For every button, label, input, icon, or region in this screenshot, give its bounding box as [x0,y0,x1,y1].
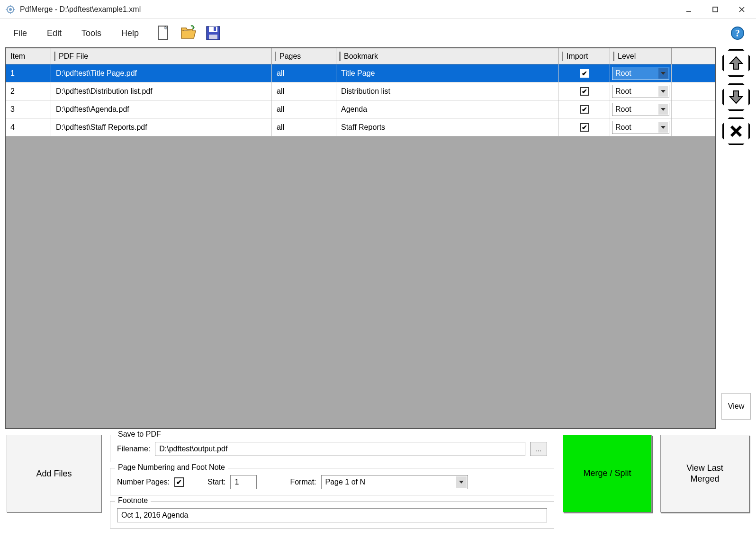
cell-import[interactable]: ✔ [559,118,610,136]
number-pages-label: Number Pages: [117,478,170,486]
cell-file[interactable]: D:\pdftest\Agenda.pdf [51,100,272,118]
cell-level[interactable]: Root [610,100,672,118]
move-down-button[interactable] [722,83,750,111]
view-last-merged-button[interactable]: View Last Merged [660,435,749,512]
format-select-value: Page 1 of N [325,478,366,486]
browse-button[interactable]: ... [530,442,547,456]
minimize-button[interactable] [675,0,702,18]
level-select[interactable]: Root [612,121,669,134]
app-icon [6,5,15,14]
svg-rect-15 [214,27,216,31]
menubar: File Edit Tools Help ? [0,19,756,47]
help-icon[interactable]: ? [730,26,745,40]
col-header-bookmark[interactable]: Bookmark [336,48,559,64]
cell-item: 1 [6,64,51,82]
cell-item: 3 [6,100,51,118]
page-numbering-legend: Page Numbering and Foot Note [115,463,228,472]
cell-bookmark[interactable]: Title Page [336,64,559,82]
svg-marker-22 [661,126,666,129]
format-select[interactable]: Page 1 of N [321,475,468,489]
col-header-level[interactable]: Level [610,48,672,64]
cell-pages[interactable]: all [272,82,336,100]
delete-button[interactable] [722,117,750,145]
cell-level[interactable]: Root [610,82,672,100]
number-pages-checkbox[interactable]: ✔ [174,477,184,487]
col-header-pages[interactable]: Pages [272,48,336,64]
cell-pages[interactable]: all [272,100,336,118]
menu-edit[interactable]: Edit [38,26,70,41]
footnote-legend: Footnote [115,496,151,505]
cell-pages[interactable]: all [272,118,336,136]
add-files-button[interactable]: Add Files [7,435,101,512]
side-buttons: View [721,47,751,429]
cell-import[interactable]: ✔ [559,100,610,118]
cell-item: 4 [6,118,51,136]
titlebar: PdfMerge - D:\pdftest\example1.xml [0,0,756,19]
menu-help[interactable]: Help [113,26,147,41]
start-input[interactable] [230,475,257,489]
table-row[interactable]: 3D:\pdftest\Agenda.pdfallAgenda✔Root [6,100,715,118]
chevron-down-icon [456,476,467,488]
footnote-group: Footnote [110,501,554,529]
filename-input[interactable] [155,442,525,456]
menu-tools[interactable]: Tools [73,26,110,41]
col-header-import[interactable]: Import [559,48,610,64]
cell-level[interactable]: Root [610,64,672,82]
import-checkbox[interactable]: ✔ [580,69,589,78]
cell-file[interactable]: D:\pdftest\Distribution list.pdf [51,82,272,100]
merge-split-button[interactable]: Merge / Split [563,435,652,512]
table-row[interactable]: 2D:\pdftest\Distribution list.pdfallDist… [6,82,715,100]
chevron-down-icon [658,86,668,97]
chevron-down-icon [658,104,668,115]
col-header-file[interactable]: PDF File [51,48,272,64]
table-row[interactable]: 4D:\pdftest\Staff Reports.pdfallStaff Re… [6,118,715,136]
cell-import[interactable]: ✔ [559,82,610,100]
import-checkbox[interactable]: ✔ [580,87,589,96]
cell-file[interactable]: D:\pdftest\Staff Reports.pdf [51,118,272,136]
level-select[interactable]: Root [612,67,669,80]
import-checkbox[interactable]: ✔ [580,123,589,132]
cell-import[interactable]: ✔ [559,64,610,82]
move-up-button[interactable] [722,49,750,77]
cell-file[interactable]: D:\pdftest\Title Page.pdf [51,64,272,82]
svg-marker-19 [661,72,666,75]
level-select[interactable]: Root [612,85,669,98]
import-checkbox[interactable]: ✔ [580,105,589,114]
window-title: PdfMerge - D:\pdftest\example1.xml [20,5,675,14]
svg-marker-27 [459,481,464,484]
svg-rect-16 [209,35,217,39]
cell-item: 2 [6,82,51,100]
new-file-icon[interactable] [155,24,173,42]
view-button[interactable]: View [721,393,751,420]
level-select[interactable]: Root [612,103,669,116]
svg-rect-14 [209,27,217,32]
page-numbering-group: Page Numbering and Foot Note Number Page… [110,468,554,495]
svg-marker-24 [730,91,742,103]
table-row[interactable]: 1D:\pdftest\Title Page.pdfallTitle Page✔… [6,64,715,82]
svg-text:?: ? [735,28,740,38]
table-body: 1D:\pdftest\Title Page.pdfallTitle Page✔… [6,64,715,428]
svg-marker-21 [661,108,666,111]
svg-point-1 [9,8,12,11]
cell-level[interactable]: Root [610,118,672,136]
file-list-table: Item PDF File Pages Bookmark Import Leve… [5,47,716,429]
maximize-button[interactable] [702,0,729,18]
chevron-down-icon [658,68,668,79]
cell-pages[interactable]: all [272,64,336,82]
col-header-item[interactable]: Item [6,48,51,64]
start-label: Start: [207,478,225,486]
close-button[interactable] [729,0,755,18]
filename-label: Filename: [117,445,150,453]
menu-file[interactable]: File [5,26,36,41]
save-icon[interactable] [204,24,222,42]
cell-bookmark[interactable]: Staff Reports [336,118,559,136]
table-header-row: Item PDF File Pages Bookmark Import Leve… [6,48,715,64]
cell-bookmark[interactable]: Agenda [336,100,559,118]
open-folder-icon[interactable] [180,24,198,42]
save-to-pdf-legend: Save to PDF [115,430,164,439]
format-label: Format: [290,478,316,486]
cell-bookmark[interactable]: Distribution list [336,82,559,100]
footnote-input[interactable] [117,508,547,522]
save-to-pdf-group: Save to PDF Filename: ... [110,435,554,462]
svg-marker-20 [661,90,666,93]
